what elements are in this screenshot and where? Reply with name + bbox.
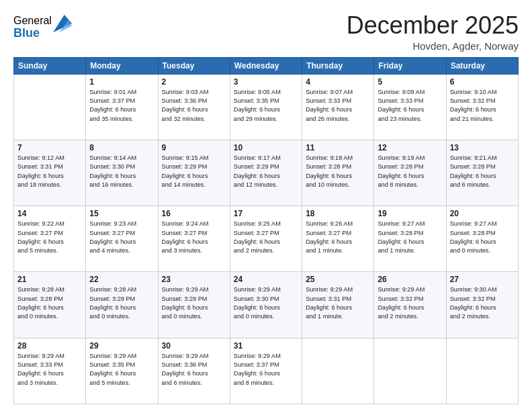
cell-info: Sunrise: 9:28 AM Sunset: 3:29 PM Dayligh… <box>89 285 154 321</box>
calendar-week-row: 21Sunrise: 9:28 AM Sunset: 3:28 PM Dayli… <box>14 272 519 338</box>
calendar-cell: 24Sunrise: 9:29 AM Sunset: 3:30 PM Dayli… <box>230 272 302 338</box>
calendar-cell: 28Sunrise: 9:29 AM Sunset: 3:33 PM Dayli… <box>14 338 86 404</box>
calendar-week-row: 7Sunrise: 9:12 AM Sunset: 3:31 PM Daylig… <box>14 140 519 205</box>
calendar-cell: 11Sunrise: 9:18 AM Sunset: 3:28 PM Dayli… <box>302 140 374 205</box>
calendar-cell: 8Sunrise: 9:14 AM Sunset: 3:30 PM Daylig… <box>86 140 158 205</box>
location: Hovden, Agder, Norway <box>347 40 519 52</box>
calendar-cell: 7Sunrise: 9:12 AM Sunset: 3:31 PM Daylig… <box>14 140 86 205</box>
day-number: 10 <box>234 143 298 152</box>
calendar-cell: 4Sunrise: 9:07 AM Sunset: 3:33 PM Daylig… <box>302 74 374 140</box>
cell-info: Sunrise: 9:29 AM Sunset: 3:36 PM Dayligh… <box>162 352 226 387</box>
calendar-cell: 10Sunrise: 9:17 AM Sunset: 3:29 PM Dayli… <box>230 140 302 205</box>
weekday-header-cell: Thursday <box>302 57 374 74</box>
calendar-week-row: 14Sunrise: 9:22 AM Sunset: 3:27 PM Dayli… <box>14 206 519 272</box>
calendar-week-row: 28Sunrise: 9:29 AM Sunset: 3:33 PM Dayli… <box>14 338 519 404</box>
cell-info: Sunrise: 9:29 AM Sunset: 3:30 PM Dayligh… <box>234 285 298 321</box>
day-number: 2 <box>162 77 226 87</box>
cell-info: Sunrise: 9:23 AM Sunset: 3:27 PM Dayligh… <box>89 220 154 255</box>
cell-info: Sunrise: 9:29 AM Sunset: 3:35 PM Dayligh… <box>89 352 154 387</box>
day-number: 26 <box>378 275 442 284</box>
header: General Blue December 2025 Hovden, Agder… <box>13 12 519 52</box>
cell-info: Sunrise: 9:28 AM Sunset: 3:28 PM Dayligh… <box>17 285 82 321</box>
calendar-cell <box>302 338 374 404</box>
cell-info: Sunrise: 9:01 AM Sunset: 3:37 PM Dayligh… <box>89 88 154 124</box>
logo-blue: Blue <box>13 27 52 40</box>
cell-info: Sunrise: 9:14 AM Sunset: 3:30 PM Dayligh… <box>89 154 154 189</box>
calendar-cell: 14Sunrise: 9:22 AM Sunset: 3:27 PM Dayli… <box>14 206 86 272</box>
day-number: 11 <box>306 143 370 152</box>
calendar-cell: 21Sunrise: 9:28 AM Sunset: 3:28 PM Dayli… <box>14 272 86 338</box>
calendar-cell <box>14 74 86 140</box>
calendar-body: 1Sunrise: 9:01 AM Sunset: 3:37 PM Daylig… <box>14 74 519 404</box>
calendar-cell: 6Sunrise: 9:10 AM Sunset: 3:32 PM Daylig… <box>446 74 518 140</box>
day-number: 15 <box>89 209 154 218</box>
calendar-cell: 22Sunrise: 9:28 AM Sunset: 3:29 PM Dayli… <box>86 272 158 338</box>
day-number: 13 <box>450 143 515 152</box>
cell-info: Sunrise: 9:19 AM Sunset: 3:28 PM Dayligh… <box>378 154 442 189</box>
month-title: December 2025 <box>347 12 519 39</box>
calendar-cell: 31Sunrise: 9:29 AM Sunset: 3:37 PM Dayli… <box>230 338 302 404</box>
logo-icon <box>53 15 72 34</box>
weekday-header-row: SundayMondayTuesdayWednesdayThursdayFrid… <box>14 57 519 74</box>
cell-info: Sunrise: 9:05 AM Sunset: 3:35 PM Dayligh… <box>234 88 298 124</box>
calendar-cell: 29Sunrise: 9:29 AM Sunset: 3:35 PM Dayli… <box>86 338 158 404</box>
logo-general: General <box>13 15 52 27</box>
logo-text: General Blue <box>13 15 52 40</box>
day-number: 4 <box>306 77 370 87</box>
calendar-cell: 12Sunrise: 9:19 AM Sunset: 3:28 PM Dayli… <box>374 140 446 205</box>
calendar-cell: 18Sunrise: 9:26 AM Sunset: 3:27 PM Dayli… <box>302 206 374 272</box>
day-number: 3 <box>234 77 298 87</box>
cell-info: Sunrise: 9:29 AM Sunset: 3:32 PM Dayligh… <box>378 285 442 321</box>
weekday-header-cell: Tuesday <box>158 57 230 74</box>
calendar-cell <box>374 338 446 404</box>
cell-info: Sunrise: 9:15 AM Sunset: 3:29 PM Dayligh… <box>162 154 226 189</box>
calendar-table: SundayMondayTuesdayWednesdayThursdayFrid… <box>13 57 519 404</box>
cell-info: Sunrise: 9:29 AM Sunset: 3:33 PM Dayligh… <box>17 352 82 387</box>
day-number: 1 <box>89 77 154 87</box>
calendar-cell: 20Sunrise: 9:27 AM Sunset: 3:28 PM Dayli… <box>446 206 518 272</box>
cell-info: Sunrise: 9:10 AM Sunset: 3:32 PM Dayligh… <box>450 88 515 124</box>
day-number: 18 <box>306 209 370 218</box>
day-number: 16 <box>162 209 226 218</box>
weekday-header-cell: Saturday <box>446 57 518 74</box>
weekday-header-cell: Monday <box>86 57 158 74</box>
day-number: 23 <box>162 275 226 284</box>
cell-info: Sunrise: 9:29 AM Sunset: 3:31 PM Dayligh… <box>306 285 370 321</box>
day-number: 7 <box>17 143 82 152</box>
day-number: 31 <box>234 341 298 351</box>
day-number: 6 <box>450 77 515 87</box>
weekday-header-cell: Friday <box>374 57 446 74</box>
calendar-cell: 13Sunrise: 9:21 AM Sunset: 3:28 PM Dayli… <box>446 140 518 205</box>
day-number: 20 <box>450 209 515 218</box>
calendar-cell: 1Sunrise: 9:01 AM Sunset: 3:37 PM Daylig… <box>86 74 158 140</box>
day-number: 22 <box>89 275 154 284</box>
day-number: 27 <box>450 275 515 284</box>
cell-info: Sunrise: 9:27 AM Sunset: 3:28 PM Dayligh… <box>378 220 442 255</box>
calendar-week-row: 1Sunrise: 9:01 AM Sunset: 3:37 PM Daylig… <box>14 74 519 140</box>
day-number: 25 <box>306 275 370 284</box>
calendar-cell: 5Sunrise: 9:09 AM Sunset: 3:33 PM Daylig… <box>374 74 446 140</box>
cell-info: Sunrise: 9:26 AM Sunset: 3:27 PM Dayligh… <box>306 220 370 255</box>
day-number: 24 <box>234 275 298 284</box>
cell-info: Sunrise: 9:25 AM Sunset: 3:27 PM Dayligh… <box>234 220 298 255</box>
weekday-header-cell: Sunday <box>14 57 86 74</box>
day-number: 29 <box>89 341 154 351</box>
cell-info: Sunrise: 9:29 AM Sunset: 3:29 PM Dayligh… <box>162 285 226 321</box>
cell-info: Sunrise: 9:29 AM Sunset: 3:37 PM Dayligh… <box>234 352 298 387</box>
day-number: 12 <box>378 143 442 152</box>
calendar-cell: 3Sunrise: 9:05 AM Sunset: 3:35 PM Daylig… <box>230 74 302 140</box>
page: General Blue December 2025 Hovden, Agder… <box>0 0 532 411</box>
day-number: 17 <box>234 209 298 218</box>
title-block: December 2025 Hovden, Agder, Norway <box>347 12 519 52</box>
day-number: 9 <box>162 143 226 152</box>
calendar-cell: 19Sunrise: 9:27 AM Sunset: 3:28 PM Dayli… <box>374 206 446 272</box>
calendar-cell: 16Sunrise: 9:24 AM Sunset: 3:27 PM Dayli… <box>158 206 230 272</box>
calendar-cell: 27Sunrise: 9:30 AM Sunset: 3:32 PM Dayli… <box>446 272 518 338</box>
day-number: 8 <box>89 143 154 152</box>
cell-info: Sunrise: 9:21 AM Sunset: 3:28 PM Dayligh… <box>450 154 515 189</box>
cell-info: Sunrise: 9:24 AM Sunset: 3:27 PM Dayligh… <box>162 220 226 255</box>
cell-info: Sunrise: 9:18 AM Sunset: 3:28 PM Dayligh… <box>306 154 370 189</box>
day-number: 14 <box>17 209 82 218</box>
calendar-cell: 26Sunrise: 9:29 AM Sunset: 3:32 PM Dayli… <box>374 272 446 338</box>
day-number: 5 <box>378 77 442 87</box>
